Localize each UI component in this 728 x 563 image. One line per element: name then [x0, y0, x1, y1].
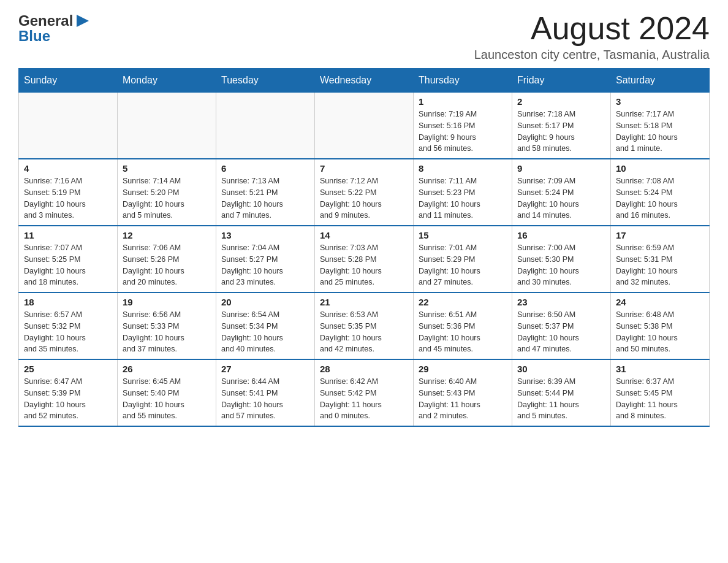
day-info: Sunrise: 7:13 AM Sunset: 5:21 PM Dayligh… [221, 175, 309, 221]
day-info: Sunrise: 6:37 AM Sunset: 5:45 PM Dayligh… [616, 376, 704, 422]
weekday-header-row: Sunday Monday Tuesday Wednesday Thursday… [19, 69, 710, 93]
day-number: 21 [320, 297, 408, 307]
calendar-header: Sunday Monday Tuesday Wednesday Thursday… [19, 69, 710, 93]
day-number: 29 [419, 364, 507, 374]
day-number: 31 [616, 364, 704, 374]
day-number: 26 [123, 364, 211, 374]
day-number: 14 [320, 230, 408, 240]
day-info: Sunrise: 7:16 AM Sunset: 5:19 PM Dayligh… [24, 175, 112, 221]
day-cell: 11Sunrise: 7:07 AM Sunset: 5:25 PM Dayli… [19, 226, 118, 293]
week-row-3: 11Sunrise: 7:07 AM Sunset: 5:25 PM Dayli… [19, 226, 710, 293]
day-info: Sunrise: 6:39 AM Sunset: 5:44 PM Dayligh… [517, 376, 605, 422]
day-number: 23 [517, 297, 605, 307]
day-cell: 26Sunrise: 6:45 AM Sunset: 5:40 PM Dayli… [118, 359, 216, 426]
svg-marker-0 [77, 15, 89, 27]
day-info: Sunrise: 6:44 AM Sunset: 5:41 PM Dayligh… [221, 376, 309, 422]
title-section: August 2024 Launceston city centre, Tasm… [474, 12, 710, 62]
day-info: Sunrise: 7:12 AM Sunset: 5:22 PM Dayligh… [320, 175, 408, 221]
week-row-1: 1Sunrise: 7:19 AM Sunset: 5:16 PM Daylig… [19, 93, 710, 159]
day-number: 4 [24, 163, 112, 174]
day-number: 28 [320, 364, 408, 374]
day-cell: 29Sunrise: 6:40 AM Sunset: 5:43 PM Dayli… [414, 359, 512, 426]
header-monday: Monday [118, 69, 216, 93]
day-info: Sunrise: 6:51 AM Sunset: 5:36 PM Dayligh… [419, 309, 507, 355]
day-cell: 30Sunrise: 6:39 AM Sunset: 5:44 PM Dayli… [512, 359, 611, 426]
day-info: Sunrise: 7:17 AM Sunset: 5:18 PM Dayligh… [616, 109, 704, 155]
week-row-4: 18Sunrise: 6:57 AM Sunset: 5:32 PM Dayli… [19, 293, 710, 359]
calendar-table: Sunday Monday Tuesday Wednesday Thursday… [18, 68, 710, 427]
day-info: Sunrise: 6:47 AM Sunset: 5:39 PM Dayligh… [24, 376, 112, 422]
day-number: 2 [517, 96, 605, 107]
day-cell: 14Sunrise: 7:03 AM Sunset: 5:28 PM Dayli… [315, 226, 414, 293]
day-cell: 13Sunrise: 7:04 AM Sunset: 5:27 PM Dayli… [216, 226, 315, 293]
day-cell: 12Sunrise: 7:06 AM Sunset: 5:26 PM Dayli… [118, 226, 216, 293]
logo-general-text: General [18, 13, 73, 29]
day-cell: 17Sunrise: 6:59 AM Sunset: 5:31 PM Dayli… [611, 226, 710, 293]
day-info: Sunrise: 6:53 AM Sunset: 5:35 PM Dayligh… [320, 309, 408, 355]
day-cell [19, 93, 118, 159]
day-number: 27 [221, 364, 309, 374]
header-wednesday: Wednesday [315, 69, 414, 93]
day-info: Sunrise: 7:18 AM Sunset: 5:17 PM Dayligh… [517, 109, 605, 155]
day-number: 16 [517, 230, 605, 240]
day-number: 24 [616, 297, 704, 307]
week-row-2: 4Sunrise: 7:16 AM Sunset: 5:19 PM Daylig… [19, 159, 710, 226]
day-info: Sunrise: 7:00 AM Sunset: 5:30 PM Dayligh… [517, 242, 605, 288]
day-number: 3 [616, 96, 704, 107]
day-number: 11 [24, 230, 112, 240]
day-cell: 3Sunrise: 7:17 AM Sunset: 5:18 PM Daylig… [611, 93, 710, 159]
day-number: 15 [419, 230, 507, 240]
day-cell: 20Sunrise: 6:54 AM Sunset: 5:34 PM Dayli… [216, 293, 315, 359]
day-cell: 8Sunrise: 7:11 AM Sunset: 5:23 PM Daylig… [414, 159, 512, 226]
day-cell: 25Sunrise: 6:47 AM Sunset: 5:39 PM Dayli… [19, 359, 118, 426]
day-cell: 24Sunrise: 6:48 AM Sunset: 5:38 PM Dayli… [611, 293, 710, 359]
day-info: Sunrise: 6:45 AM Sunset: 5:40 PM Dayligh… [123, 376, 211, 422]
day-info: Sunrise: 7:07 AM Sunset: 5:25 PM Dayligh… [24, 242, 112, 288]
day-cell: 22Sunrise: 6:51 AM Sunset: 5:36 PM Dayli… [414, 293, 512, 359]
header-sunday: Sunday [19, 69, 118, 93]
day-info: Sunrise: 7:09 AM Sunset: 5:24 PM Dayligh… [517, 175, 605, 221]
day-cell: 19Sunrise: 6:56 AM Sunset: 5:33 PM Dayli… [118, 293, 216, 359]
header-saturday: Saturday [611, 69, 710, 93]
day-number: 8 [419, 163, 507, 174]
day-info: Sunrise: 6:40 AM Sunset: 5:43 PM Dayligh… [419, 376, 507, 422]
day-info: Sunrise: 6:42 AM Sunset: 5:42 PM Dayligh… [320, 376, 408, 422]
day-number: 13 [221, 230, 309, 240]
day-cell: 16Sunrise: 7:00 AM Sunset: 5:30 PM Dayli… [512, 226, 611, 293]
calendar-body: 1Sunrise: 7:19 AM Sunset: 5:16 PM Daylig… [19, 93, 710, 427]
day-number: 30 [517, 364, 605, 374]
day-cell: 7Sunrise: 7:12 AM Sunset: 5:22 PM Daylig… [315, 159, 414, 226]
day-info: Sunrise: 7:01 AM Sunset: 5:29 PM Dayligh… [419, 242, 507, 288]
day-number: 18 [24, 297, 112, 307]
day-info: Sunrise: 7:03 AM Sunset: 5:28 PM Dayligh… [320, 242, 408, 288]
day-info: Sunrise: 6:56 AM Sunset: 5:33 PM Dayligh… [123, 309, 211, 355]
day-info: Sunrise: 7:19 AM Sunset: 5:16 PM Dayligh… [419, 109, 507, 155]
logo-blue-text: Blue [18, 28, 50, 44]
day-cell: 21Sunrise: 6:53 AM Sunset: 5:35 PM Dayli… [315, 293, 414, 359]
day-number: 25 [24, 364, 112, 374]
logo-arrow-icon [74, 12, 91, 29]
day-cell: 15Sunrise: 7:01 AM Sunset: 5:29 PM Dayli… [414, 226, 512, 293]
day-cell [216, 93, 315, 159]
day-number: 22 [419, 297, 507, 307]
day-cell [315, 93, 414, 159]
day-info: Sunrise: 7:08 AM Sunset: 5:24 PM Dayligh… [616, 175, 704, 221]
day-cell: 27Sunrise: 6:44 AM Sunset: 5:41 PM Dayli… [216, 359, 315, 426]
location: Launceston city centre, Tasmania, Austra… [474, 48, 710, 62]
day-info: Sunrise: 7:14 AM Sunset: 5:20 PM Dayligh… [123, 175, 211, 221]
day-number: 5 [123, 163, 211, 174]
day-number: 12 [123, 230, 211, 240]
week-row-5: 25Sunrise: 6:47 AM Sunset: 5:39 PM Dayli… [19, 359, 710, 426]
page-header: General Blue August 2024 Launceston city… [18, 12, 710, 62]
day-info: Sunrise: 6:50 AM Sunset: 5:37 PM Dayligh… [517, 309, 605, 355]
day-info: Sunrise: 6:48 AM Sunset: 5:38 PM Dayligh… [616, 309, 704, 355]
day-info: Sunrise: 6:59 AM Sunset: 5:31 PM Dayligh… [616, 242, 704, 288]
day-cell: 5Sunrise: 7:14 AM Sunset: 5:20 PM Daylig… [118, 159, 216, 226]
day-number: 9 [517, 163, 605, 174]
day-info: Sunrise: 6:57 AM Sunset: 5:32 PM Dayligh… [24, 309, 112, 355]
month-title: August 2024 [474, 12, 710, 44]
day-cell: 18Sunrise: 6:57 AM Sunset: 5:32 PM Dayli… [19, 293, 118, 359]
day-cell: 9Sunrise: 7:09 AM Sunset: 5:24 PM Daylig… [512, 159, 611, 226]
day-cell: 23Sunrise: 6:50 AM Sunset: 5:37 PM Dayli… [512, 293, 611, 359]
day-cell: 28Sunrise: 6:42 AM Sunset: 5:42 PM Dayli… [315, 359, 414, 426]
